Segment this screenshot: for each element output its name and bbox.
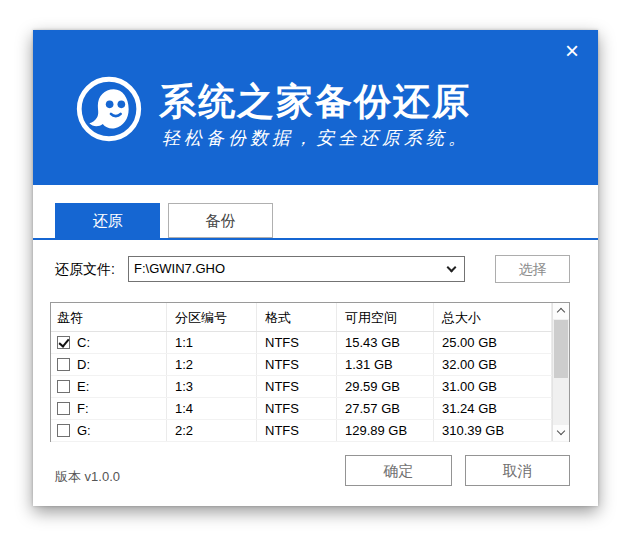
drive-letter: C: [77,332,90,353]
restore-file-label: 还原文件: [55,261,115,279]
ok-button[interactable]: 确定 [345,455,452,486]
format-value: NTFS [257,376,337,397]
free-space-value: 29.59 GB [337,376,434,397]
total-size-value: 31.00 GB [434,376,552,397]
partition-id: 1:3 [167,376,257,397]
total-size-value: 25.00 GB [434,332,552,353]
version-label: 版本 v1.0.0 [55,468,120,486]
column-header-drive: 盘符 [51,303,167,331]
tab-backup[interactable]: 备份 [168,203,273,238]
restore-file-value: F:\GWIN7.GHO [134,261,225,276]
column-header-partition: 分区编号 [167,303,257,331]
table-header-row: 盘符 分区编号 格式 可用空间 总大小 [51,303,569,332]
drive-checkbox[interactable] [57,336,70,349]
app-title: 系统之家备份还原 [159,77,471,127]
partition-id: 1:4 [167,398,257,419]
column-header-total: 总大小 [434,303,552,331]
format-value: NTFS [257,398,337,419]
total-size-value: 31.24 GB [434,398,552,419]
tab-restore[interactable]: 还原 [55,203,160,238]
restore-file-combobox[interactable]: F:\GWIN7.GHO [128,256,465,282]
drive-letter: F: [77,398,89,419]
app-subtitle: 轻松备份数据，安全还原系统。 [162,126,470,150]
partition-id: 1:1 [167,332,257,353]
chevron-down-icon[interactable] [447,263,457,273]
table-body: C: 1:1 NTFS 15.43 GB 25.00 GB D: 1:2 NTF… [51,332,569,442]
partition-id: 1:2 [167,354,257,375]
format-value: NTFS [257,420,337,441]
total-size-value: 32.00 GB [434,354,552,375]
table-row[interactable]: F: 1:4 NTFS 27.57 GB 31.24 GB [51,398,569,420]
drive-checkbox[interactable] [57,380,70,393]
ghost-logo-icon [75,75,143,143]
select-file-button[interactable]: 选择 [495,255,570,283]
table-scrollbar[interactable] [552,303,569,441]
total-size-value: 310.39 GB [434,420,552,441]
close-icon[interactable]: × [558,38,586,66]
table-row[interactable]: C: 1:1 NTFS 15.43 GB 25.00 GB [51,332,569,354]
app-header: × 系统之家备份还原 轻松备份数据，安全还原系统。 [33,30,598,185]
free-space-value: 15.43 GB [337,332,434,353]
free-space-value: 27.57 GB [337,398,434,419]
drive-letter: G: [77,420,91,441]
column-header-format: 格式 [257,303,337,331]
drive-checkbox[interactable] [57,402,70,415]
partition-table: 盘符 分区编号 格式 可用空间 总大小 C: 1:1 NTFS 15.43 GB… [50,302,570,442]
drive-letter: E: [77,376,89,397]
partition-id: 2:2 [167,420,257,441]
scrollbar-thumb[interactable] [554,320,568,378]
tab-underline [33,238,598,240]
table-row[interactable]: G: 2:2 NTFS 129.89 GB 310.39 GB [51,420,569,442]
format-value: NTFS [257,354,337,375]
free-space-value: 129.89 GB [337,420,434,441]
drive-checkbox[interactable] [57,358,70,371]
cancel-button[interactable]: 取消 [465,455,570,486]
free-space-value: 1.31 GB [337,354,434,375]
drive-letter: D: [77,354,90,375]
column-header-free: 可用空间 [337,303,434,331]
scroll-up-icon[interactable] [553,303,569,319]
drive-checkbox[interactable] [57,424,70,437]
format-value: NTFS [257,332,337,353]
table-row[interactable]: E: 1:3 NTFS 29.59 GB 31.00 GB [51,376,569,398]
app-window: × 系统之家备份还原 轻松备份数据，安全还原系统。 还原 备份 还原文件: F:… [33,30,598,506]
scroll-down-icon[interactable] [553,425,569,441]
table-row[interactable]: D: 1:2 NTFS 1.31 GB 32.00 GB [51,354,569,376]
